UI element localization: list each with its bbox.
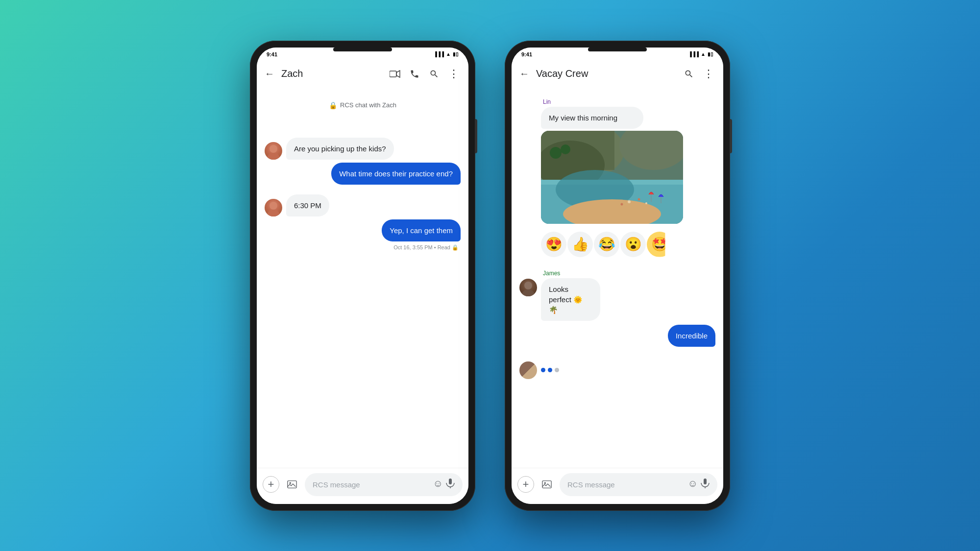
avatar-james bbox=[519, 279, 537, 296]
message-row-2: What time does their practice end? bbox=[265, 163, 461, 185]
message-row-4: Yep, I can get them bbox=[265, 219, 461, 241]
typing-dot-1 bbox=[541, 368, 545, 372]
wifi-icon-2: ▲ bbox=[701, 51, 706, 57]
typing-dot-3 bbox=[555, 368, 559, 372]
add-button-1[interactable]: + bbox=[263, 476, 279, 493]
message-bubble-1: Are you picking up the kids? bbox=[286, 138, 394, 160]
message-row-g1: Lin My view this morning bbox=[519, 98, 715, 224]
james-message-text: Looks perfect 🌞 🌴 bbox=[549, 285, 583, 314]
back-button-2[interactable]: ← bbox=[515, 65, 533, 83]
phone-call-button[interactable] bbox=[406, 65, 423, 83]
rcs-info-chip: 🔒 RCS chat with Zach bbox=[265, 92, 461, 117]
chat-title-2: Vacay Crew bbox=[536, 68, 677, 79]
avatar-zach bbox=[265, 142, 282, 160]
svg-point-19 bbox=[628, 200, 631, 203]
sender-name-james: James bbox=[543, 270, 623, 277]
media-button-1[interactable] bbox=[283, 476, 301, 493]
more-options-button-1[interactable]: ⋮ bbox=[445, 65, 463, 83]
chat-area-2: Lin My view this morning bbox=[512, 87, 723, 468]
avatar-zach-2 bbox=[265, 199, 282, 216]
svg-point-21 bbox=[645, 202, 647, 204]
svg-point-2 bbox=[270, 145, 277, 153]
phone-1: 9:41 ▐▐▐ ▲ ▮▯ ← Zach ⋮ bbox=[250, 41, 475, 511]
incredible-bubble: Incredible bbox=[668, 325, 715, 347]
lin-message-text: My view this morning bbox=[549, 114, 617, 122]
signal-icon: ▐▐▐ bbox=[434, 51, 444, 57]
add-button-2[interactable]: + bbox=[517, 476, 534, 493]
reaction-partial[interactable]: 🤩 bbox=[647, 232, 672, 257]
svg-rect-0 bbox=[390, 71, 396, 77]
time-display: 9:41 bbox=[267, 51, 277, 57]
message-row-3: 6:30 PM bbox=[265, 194, 461, 216]
typing-dot-2 bbox=[548, 368, 552, 372]
reaction-bar: 😍 👍 😂 😮 🤩 bbox=[519, 228, 715, 258]
incredible-text: Incredible bbox=[676, 332, 708, 340]
svg-point-5 bbox=[267, 210, 280, 216]
typing-avatar bbox=[519, 361, 537, 379]
svg-point-7 bbox=[290, 482, 292, 484]
beach-photo[interactable] bbox=[541, 131, 683, 224]
svg-point-26 bbox=[561, 144, 570, 154]
timestamp-text: Oct 16, 3:55 PM • Read 🔒 bbox=[393, 244, 459, 250]
chat-area-1: 🔒 RCS chat with Zach Are you picking up … bbox=[257, 87, 468, 468]
message-block-4: Yep, I can get them Oct 16, 3:55 PM • Re… bbox=[265, 219, 461, 251]
message-text-2: What time does their practice end? bbox=[339, 169, 453, 178]
svg-point-22 bbox=[621, 203, 623, 205]
phone-2-screen: 9:41 ▐▐▐ ▲ ▮▯ ← Vacay Crew ⋮ bbox=[512, 48, 723, 504]
reaction-thumbsup[interactable]: 👍 bbox=[567, 232, 593, 257]
time-display-2: 9:41 bbox=[521, 51, 532, 57]
svg-point-27 bbox=[524, 282, 532, 289]
status-bar-1: 9:41 ▐▐▐ ▲ ▮▯ bbox=[257, 48, 468, 61]
emoji-icon-2[interactable]: ☺ bbox=[688, 478, 698, 491]
reaction-laughing[interactable]: 😂 bbox=[594, 232, 619, 257]
video-call-button[interactable] bbox=[386, 65, 404, 83]
message-text-4: Yep, I can get them bbox=[390, 226, 453, 235]
message-input-2[interactable]: RCS message ☺ bbox=[560, 473, 717, 496]
svg-point-3 bbox=[267, 153, 280, 160]
input-placeholder-2: RCS message bbox=[567, 480, 615, 489]
input-bar-2: + RCS message ☺ bbox=[512, 468, 723, 504]
back-button[interactable]: ← bbox=[261, 65, 278, 83]
message-text-3: 6:30 PM bbox=[294, 201, 321, 210]
signal-icon-2: ▐▐▐ bbox=[688, 51, 699, 57]
svg-rect-31 bbox=[704, 479, 707, 484]
message-bubble-3: 6:30 PM bbox=[286, 194, 329, 216]
message-row-1: Are you picking up the kids? bbox=[265, 138, 461, 160]
message-bubble-2: What time does their practice end? bbox=[331, 163, 461, 185]
phone-2: 9:41 ▐▐▐ ▲ ▮▯ ← Vacay Crew ⋮ bbox=[505, 41, 730, 511]
wifi-icon: ▲ bbox=[446, 51, 451, 57]
more-options-button-2[interactable]: ⋮ bbox=[700, 65, 717, 83]
message-text-lin: My view this morning bbox=[541, 107, 643, 129]
message-block-lin: Lin My view this morning bbox=[541, 98, 683, 224]
sender-name-lin: Lin bbox=[543, 98, 683, 105]
search-button-2[interactable] bbox=[680, 65, 698, 83]
james-message-bubble: Looks perfect 🌞 🌴 bbox=[541, 278, 600, 321]
svg-point-20 bbox=[638, 198, 640, 200]
reaction-surprised[interactable]: 😮 bbox=[620, 232, 646, 257]
read-receipt: Oct 16, 3:55 PM • Read 🔒 bbox=[265, 244, 461, 251]
typing-dots bbox=[541, 368, 559, 372]
input-field-icons-1: ☺ bbox=[433, 478, 455, 491]
svg-rect-8 bbox=[449, 479, 452, 484]
emoji-icon-1[interactable]: ☺ bbox=[433, 478, 443, 491]
media-button-2[interactable] bbox=[538, 476, 556, 493]
svg-point-25 bbox=[550, 147, 562, 159]
status-bar-2: 9:41 ▐▐▐ ▲ ▮▯ bbox=[512, 48, 723, 61]
svg-point-30 bbox=[544, 482, 546, 484]
battery-icon-2: ▮▯ bbox=[708, 51, 713, 57]
header-actions-1: ⋮ bbox=[386, 65, 463, 83]
chat-header-1: ← Zach ⋮ bbox=[257, 61, 468, 87]
input-field-icons-2: ☺ bbox=[688, 478, 710, 491]
search-button-1[interactable] bbox=[425, 65, 443, 83]
input-placeholder-1: RCS message bbox=[313, 480, 360, 489]
header-actions-2: ⋮ bbox=[680, 65, 717, 83]
mic-icon-1[interactable] bbox=[446, 478, 455, 491]
message-text-1: Are you picking up the kids? bbox=[294, 144, 386, 153]
lock-icon: 🔒 bbox=[329, 101, 337, 109]
message-row-outgoing-g: Incredible bbox=[519, 325, 715, 347]
chat-header-2: ← Vacay Crew ⋮ bbox=[512, 61, 723, 87]
mic-icon-2[interactable] bbox=[701, 478, 710, 491]
message-row-james: James Looks perfect 🌞 🌴 bbox=[519, 270, 715, 321]
reaction-heart-eyes[interactable]: 😍 bbox=[541, 232, 566, 257]
message-input-1[interactable]: RCS message ☺ bbox=[305, 473, 463, 496]
